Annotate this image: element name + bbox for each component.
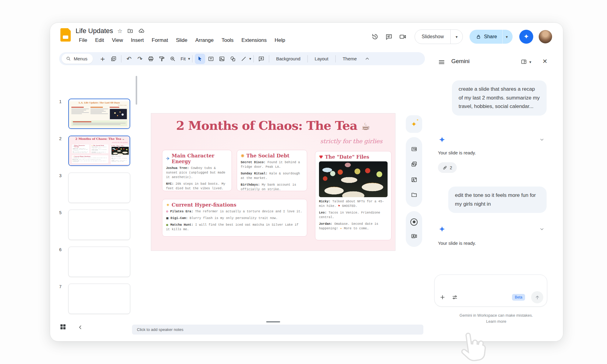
slide-7-thumbnail[interactable]	[68, 284, 130, 314]
menu-view[interactable]: View	[109, 36, 127, 44]
card-hyper-fixations[interactable]: ✦Current Hyper-fixations ✿ Pilates Era: …	[162, 199, 307, 237]
slide-2-preview: 2 Months of Chaos: The Tea ☕ strictly fo…	[69, 136, 130, 166]
photos-stack-icon[interactable]	[411, 161, 418, 168]
filmstrip-scrollbar[interactable]	[136, 76, 137, 105]
response-1-status: Your slide is ready.	[438, 150, 476, 155]
folder-icon[interactable]	[411, 191, 418, 198]
card-item: Ricky: Talked about NFTs for a 45-min hi…	[319, 199, 388, 208]
slide-3-thumbnail[interactable]	[68, 173, 130, 203]
document-title[interactable]: Life Updates	[76, 27, 113, 35]
fit-caret[interactable]: ▾	[188, 56, 190, 61]
menu-edit[interactable]: Edit	[92, 36, 107, 44]
comment-add-icon[interactable]	[256, 54, 266, 64]
new-slide-plus-button[interactable]: +	[97, 54, 108, 64]
menu-bar: File Edit View Insert Format Slide Arran…	[76, 36, 289, 44]
camera-record-icon[interactable]	[411, 233, 418, 240]
gemini-title: Gemini	[451, 58, 470, 65]
notes-resize-handle[interactable]	[266, 321, 280, 322]
menu-file[interactable]: File	[76, 36, 90, 44]
menu-extensions[interactable]: Extensions	[238, 36, 270, 44]
filmstrip: 1 L.A. Life Update: The Last 60 Days the…	[59, 71, 138, 316]
avatar[interactable]	[539, 30, 552, 43]
slide-7-row: 7	[59, 284, 130, 314]
star-icon[interactable]: ☆	[117, 28, 123, 35]
divider	[269, 55, 269, 62]
slide-canvas: 2 Months of Chaos: The Tea ☕ strictly fo…	[151, 113, 395, 251]
slide-3-row: 3	[59, 173, 130, 203]
grid-view-icon[interactable]	[59, 323, 67, 331]
gemini-prompt-input[interactable]: Beta	[434, 275, 547, 307]
slides-logo-icon[interactable]	[60, 28, 71, 42]
send-button[interactable]	[531, 291, 543, 303]
share-button[interactable]: Share	[470, 30, 503, 44]
thumb1-title: L.A. Life Update: The Last 60 Days	[69, 101, 130, 104]
menu-slide[interactable]: Slide	[173, 36, 191, 44]
theme-button[interactable]: Theme	[338, 56, 362, 61]
card-item: Jordan: Omakase. Second date is happenin…	[319, 222, 388, 231]
card-main-character-energy[interactable]: ✈Main Character Energy Joshua Tree: Cowb…	[162, 150, 232, 191]
image-person-icon[interactable]	[411, 176, 418, 183]
print-icon[interactable]	[146, 54, 156, 64]
menu-help[interactable]: Help	[271, 36, 289, 44]
gemini-button[interactable]: ✦	[519, 30, 533, 44]
slideshow-button[interactable]: Slideshow	[415, 30, 450, 44]
collapse-toolbar-chevron-up-icon[interactable]	[362, 54, 372, 64]
line-icon[interactable]	[239, 54, 249, 64]
learn-more-link[interactable]: Learn more	[429, 318, 563, 325]
cloud-status-icon[interactable]	[138, 27, 145, 35]
add-attachment-button[interactable]	[439, 294, 446, 300]
slideshow-caret[interactable]: ▾	[451, 30, 463, 44]
sources-chip[interactable]: 2	[438, 162, 457, 173]
search-menus-button[interactable]: Menus	[62, 54, 93, 64]
select-tool-button[interactable]	[195, 54, 205, 64]
speaker-notes-input[interactable]: Click to add speaker notes	[132, 325, 423, 335]
slide-subtitle[interactable]: strictly for the girlies	[320, 138, 382, 144]
collapse-filmstrip-chevron-left-icon[interactable]	[77, 324, 83, 330]
lock-icon	[476, 34, 481, 40]
slide-5-row: 5	[59, 210, 130, 240]
collapse-response-1-chevron-down-icon[interactable]	[539, 137, 544, 142]
panel-layout-control[interactable]: ▾	[521, 59, 531, 65]
move-folder-icon[interactable]	[127, 28, 134, 34]
layout-button[interactable]: Layout	[310, 56, 333, 61]
meet-camera-icon[interactable]	[396, 30, 410, 44]
background-button[interactable]: Background	[271, 56, 305, 61]
menu-tools[interactable]: Tools	[218, 36, 237, 44]
image-icon[interactable]	[217, 54, 227, 64]
menu-format[interactable]: Format	[148, 36, 171, 44]
menu-insert[interactable]: Insert	[127, 36, 147, 44]
textbox-icon[interactable]	[206, 54, 216, 64]
panel-layout-icon	[521, 59, 527, 65]
slide-5-thumbnail[interactable]	[68, 210, 130, 240]
version-history-icon[interactable]	[368, 30, 382, 44]
templates-icon[interactable]	[411, 146, 418, 153]
menu-arrange[interactable]: Arrange	[192, 36, 217, 44]
slide-1-thumbnail[interactable]: L.A. Life Update: The Last 60 Days the l…	[68, 99, 130, 129]
shape-icon[interactable]	[228, 54, 238, 64]
slide-6-row: 6	[59, 247, 130, 277]
undo-icon[interactable]: ↶	[124, 54, 134, 64]
card-social-debt[interactable]: ✺The Social Debt Secret Disco: Found it …	[237, 150, 307, 191]
magic-create-button[interactable]: ✦	[406, 115, 422, 133]
slide-2-thumbnail[interactable]: 2 Months of Chaos: The Tea ☕ strictly fo…	[68, 136, 130, 166]
card-heading: ✈Main Character Energy	[166, 153, 228, 164]
new-slide-layout-button[interactable]	[108, 54, 119, 64]
share-button-group: Share ▾	[470, 30, 513, 44]
zoom-icon[interactable]	[168, 54, 178, 64]
menu-hamburger-icon[interactable]	[438, 59, 445, 66]
record-button[interactable]	[410, 218, 418, 226]
redo-icon[interactable]: ↷	[135, 54, 145, 64]
paint-format-icon[interactable]	[157, 54, 167, 64]
slide-6-thumbnail[interactable]	[68, 247, 130, 277]
collapse-response-2-chevron-down-icon[interactable]	[539, 227, 544, 232]
card-date-files[interactable]: ♥The "Date" Files Ricky: Talked about NF…	[315, 151, 392, 240]
share-caret[interactable]: ▾	[502, 30, 513, 44]
current-slide[interactable]: 2 Months of Chaos: The Tea ☕ strictly fo…	[151, 113, 395, 251]
line-caret[interactable]: ▾	[249, 56, 251, 61]
fit-zoom-select[interactable]: Fit	[178, 56, 188, 61]
toolbar: Menus + ↶ ↷ Fit ▾	[59, 52, 425, 65]
tune-settings-icon[interactable]	[452, 294, 458, 301]
slide-title[interactable]: 2 Months of Chaos: The Tea ☕	[151, 118, 395, 133]
comments-icon[interactable]	[382, 30, 396, 44]
close-icon[interactable]: ✕	[542, 58, 548, 65]
